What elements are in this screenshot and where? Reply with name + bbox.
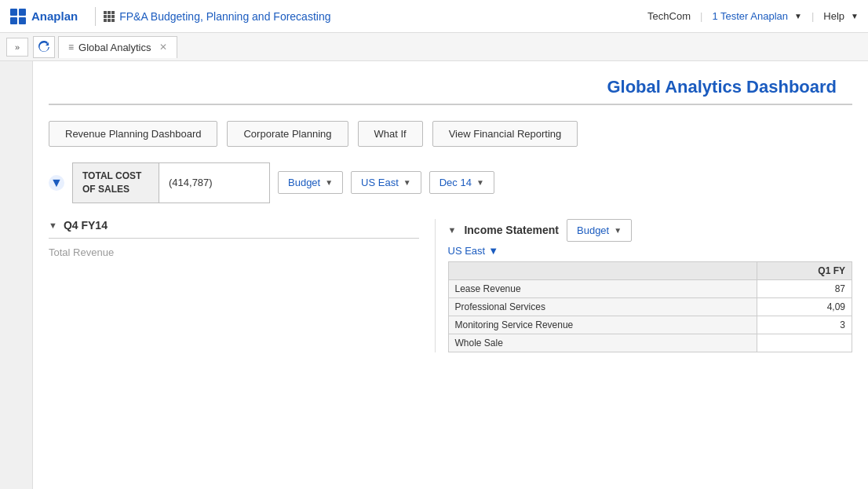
view-financial-reporting-button[interactable]: View Financial Reporting <box>432 121 578 147</box>
svg-rect-5 <box>108 11 111 14</box>
help-link[interactable]: Help <box>823 10 844 22</box>
professional-services-q1: 4,09 <box>757 297 852 316</box>
monitoring-service-label: Monitoring Service Revenue <box>448 316 757 334</box>
income-budget-caret-icon: ▼ <box>614 226 622 235</box>
left-panel: ▼ Q4 FY14 Total Revenue <box>49 219 435 352</box>
svg-rect-7 <box>104 15 107 18</box>
income-budget-label: Budget <box>577 224 609 236</box>
svg-rect-12 <box>111 19 115 22</box>
svg-rect-2 <box>10 17 17 24</box>
svg-rect-6 <box>111 11 115 14</box>
top-nav: Anaplan FP&A Budgeting, Planning and For… <box>0 0 868 33</box>
region-label: US East <box>361 177 399 188</box>
anaplan-wordmark: Anaplan <box>31 9 78 23</box>
right-panel: ▼ Income Statement Budget ▼ US East ▼ <box>435 219 852 352</box>
whole-sale-q1 <box>757 334 852 352</box>
company-name: TechCom <box>647 10 691 22</box>
table-row: Professional Services 4,09 <box>448 297 852 316</box>
tab-menu-icon: ≡ <box>68 42 74 53</box>
budget-label: Budget <box>288 177 320 188</box>
title-divider <box>49 104 852 105</box>
anaplan-logo: Anaplan <box>9 8 78 25</box>
refresh-icon <box>38 41 50 53</box>
svg-rect-8 <box>108 15 111 18</box>
revenue-planning-button[interactable]: Revenue Planning Dashboard <box>49 121 217 147</box>
metric-label: TOTAL COST OF SALES <box>73 163 159 203</box>
region-caret-icon: ▼ <box>403 178 411 187</box>
table-row: Lease Revenue 87 <box>448 279 852 297</box>
income-statement-table: Q1 FY Lease Revenue 87 Professional Serv… <box>448 261 852 352</box>
budget-dropdown[interactable]: Budget ▼ <box>278 171 343 194</box>
svg-rect-3 <box>19 17 26 24</box>
us-east-label: US East <box>448 245 486 257</box>
sidebar <box>0 61 33 489</box>
content-area: Global Analytics Dashboard Revenue Plann… <box>33 61 868 489</box>
anaplan-logo-icon <box>9 8 27 25</box>
grid-icon <box>104 11 115 22</box>
region-dropdown[interactable]: US East ▼ <box>351 171 421 194</box>
left-panel-title: Q4 FY14 <box>64 219 108 232</box>
date-caret-icon: ▼ <box>476 178 484 187</box>
global-analytics-tab[interactable]: ≡ Global Analytics ✕ <box>58 36 177 58</box>
budget-caret-icon: ▼ <box>325 178 333 187</box>
dashboard-title: Global Analytics Dashboard <box>49 61 852 104</box>
total-revenue-row: Total Revenue <box>49 243 419 261</box>
us-east-caret-icon: ▼ <box>488 245 498 257</box>
table-row: Whole Sale <box>448 334 852 352</box>
user-dropdown-icon[interactable]: ▼ <box>794 12 802 20</box>
tab-close-icon[interactable]: ✕ <box>159 42 167 53</box>
bottom-panels: ▼ Q4 FY14 Total Revenue ▼ Income Stateme… <box>49 219 852 352</box>
help-dropdown-icon[interactable]: ▼ <box>851 12 859 20</box>
collapse-tabs-button[interactable]: » <box>6 38 28 57</box>
app-title: FP&A Budgeting, Planning and Forecasting <box>119 10 330 23</box>
professional-services-label: Professional Services <box>448 297 757 316</box>
date-label: Dec 14 <box>439 177 472 188</box>
svg-rect-9 <box>111 15 115 18</box>
lease-revenue-label: Lease Revenue <box>448 279 757 297</box>
metric-box: TOTAL COST OF SALES (414,787) <box>72 162 270 203</box>
right-panel-collapse-icon[interactable]: ▼ <box>448 225 457 235</box>
table-empty-header <box>448 261 757 279</box>
monitoring-service-q1: 3 <box>757 316 852 334</box>
metric-collapse-button[interactable]: ▼ <box>49 175 64 191</box>
corporate-planning-button[interactable]: Corporate Planning <box>227 121 348 147</box>
refresh-button[interactable] <box>33 36 55 58</box>
metric-value: (414,787) <box>159 170 269 195</box>
date-dropdown[interactable]: Dec 14 ▼ <box>429 171 494 194</box>
user-link[interactable]: 1 Tester Anaplan <box>712 10 788 22</box>
nav-buttons-row: Revenue Planning Dashboard Corporate Pla… <box>49 121 852 147</box>
right-panel-header: ▼ Income Statement Budget ▼ <box>448 219 852 242</box>
what-if-button[interactable]: What If <box>358 121 423 147</box>
left-panel-collapse-icon[interactable]: ▼ <box>49 221 57 230</box>
main-layout: Global Analytics Dashboard Revenue Plann… <box>0 61 868 489</box>
table-row: Monitoring Service Revenue 3 <box>448 316 852 334</box>
table-q1-header: Q1 FY <box>757 261 852 279</box>
metric-row: ▼ TOTAL COST OF SALES (414,787) Budget ▼… <box>49 162 852 203</box>
svg-rect-1 <box>19 9 26 16</box>
nav-separator: | <box>700 10 702 22</box>
svg-rect-10 <box>104 19 107 22</box>
tab-bar: » ≡ Global Analytics ✕ <box>0 33 868 61</box>
svg-rect-11 <box>108 19 111 22</box>
income-budget-dropdown[interactable]: Budget ▼ <box>567 219 632 242</box>
left-panel-header: ▼ Q4 FY14 <box>49 219 419 232</box>
income-statement-title: Income Statement <box>464 224 559 236</box>
svg-rect-4 <box>104 11 107 14</box>
tab-label: Global Analytics <box>78 42 151 53</box>
svg-rect-0 <box>10 9 17 16</box>
nav-right: TechCom | 1 Tester Anaplan ▼ | Help ▼ <box>647 10 859 22</box>
us-east-region-link[interactable]: US East ▼ <box>448 245 852 257</box>
nav-separator2: | <box>811 10 814 22</box>
left-panel-divider <box>49 238 419 239</box>
nav-divider <box>95 7 96 26</box>
whole-sale-label: Whole Sale <box>448 334 757 352</box>
lease-revenue-q1: 87 <box>757 279 852 297</box>
